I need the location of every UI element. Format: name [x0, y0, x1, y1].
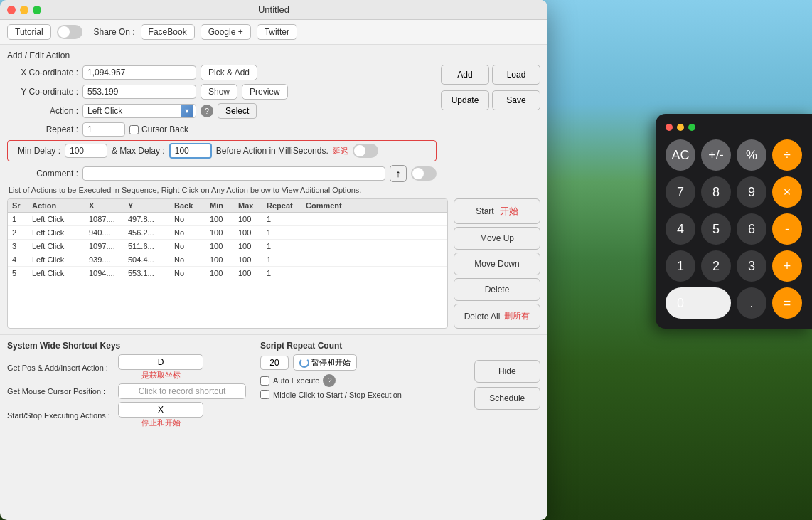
auto-execute-row: Auto Execute ?	[260, 374, 460, 387]
start-stop-cn: 停止和开始	[141, 418, 181, 428]
calc-btn-AC[interactable]: AC	[666, 139, 695, 171]
action-row: Action : ▼ ? Select	[7, 103, 437, 119]
hide-button[interactable]: Hide	[474, 360, 541, 383]
cell-max: 100	[237, 242, 265, 250]
calc-btn-0[interactable]: 0	[666, 287, 731, 319]
comment-row: Comment : ↑	[7, 165, 437, 182]
calc-btn-1[interactable]: 1	[666, 250, 695, 282]
calc-btn--[interactable]: =	[772, 287, 802, 319]
start-button[interactable]: Start 开始	[454, 198, 540, 224]
start-stop-input[interactable]	[118, 402, 203, 418]
move-down-button[interactable]: Move Down	[454, 253, 540, 275]
share-icon-button[interactable]: ↑	[390, 165, 407, 182]
x-label: X Co-ordinate :	[7, 68, 78, 78]
action-input[interactable]	[82, 104, 196, 118]
calc-btn-6[interactable]: 6	[737, 213, 766, 245]
calc-btn--[interactable]: %	[737, 139, 766, 171]
col-max: Max	[237, 201, 265, 210]
show-button[interactable]: Show	[201, 84, 237, 100]
load-button[interactable]: Load	[492, 65, 540, 85]
move-up-button[interactable]: Move Up	[454, 227, 540, 250]
cell-repeat: 1	[265, 255, 304, 264]
delete-button[interactable]: Delete	[454, 278, 540, 301]
get-pos-input[interactable]	[118, 354, 203, 370]
schedule-button[interactable]: Schedule	[474, 387, 541, 410]
calc-btn-2[interactable]: 2	[701, 250, 731, 282]
middle-click-checkbox[interactable]	[260, 390, 269, 399]
col-sr: Sr	[11, 201, 31, 210]
calculator-window: AC+/-%÷789×456-123+0.=	[656, 114, 812, 329]
delay-cn-label: 延迟	[333, 146, 348, 156]
calc-btn-3[interactable]: 3	[737, 250, 766, 282]
get-mouse-input[interactable]	[118, 383, 246, 399]
cell-y: 553.1...	[127, 269, 173, 277]
calc-btn----[interactable]: +/-	[701, 139, 731, 171]
share-toggle[interactable]	[57, 25, 82, 39]
preview-button[interactable]: Preview	[242, 84, 288, 100]
traffic-lights	[7, 6, 41, 14]
min-delay-label: Min Delay :	[12, 146, 60, 156]
calc-minimize[interactable]	[677, 124, 684, 131]
cell-action: Left Click	[31, 269, 87, 277]
table-row[interactable]: 1 Left Click 1087.... 497.8... No 100 10…	[8, 213, 447, 226]
calc-btn-8[interactable]: 8	[701, 176, 731, 208]
cell-action: Left Click	[31, 255, 87, 264]
cell-back: No	[173, 242, 208, 250]
table-row[interactable]: 5 Left Click 1094.... 553.1... No 100 10…	[8, 267, 447, 280]
comment-input[interactable]	[82, 166, 385, 181]
action-dropdown-wrapper: ▼	[82, 104, 196, 118]
calc-close[interactable]	[666, 124, 673, 131]
cursor-back-check[interactable]	[129, 125, 139, 134]
comment-toggle[interactable]	[411, 166, 437, 181]
cell-back: No	[173, 255, 208, 264]
calc-btn-5[interactable]: 5	[701, 213, 731, 245]
max-delay-input[interactable]	[169, 143, 212, 159]
y-coordinate-row: Y Co-ordinate : Show Preview	[7, 84, 437, 100]
table-row[interactable]: 2 Left Click 940.... 456.2... No 100 100…	[8, 226, 447, 240]
google-button[interactable]: Google +	[201, 24, 251, 40]
cursor-back-checkbox[interactable]: Cursor Back	[129, 124, 188, 134]
auto-execute-checkbox[interactable]	[260, 376, 269, 386]
instructions-text: List of Actions to be Executed in Sequen…	[7, 186, 540, 194]
update-button[interactable]: Update	[441, 90, 489, 110]
save-button[interactable]: Save	[492, 90, 540, 110]
add-button[interactable]: Add	[441, 65, 489, 85]
calc-btn--[interactable]: .	[737, 287, 766, 319]
y-input[interactable]	[82, 85, 196, 99]
script-count-input[interactable]	[260, 356, 289, 370]
repeat-input[interactable]	[82, 122, 125, 137]
delay-toggle[interactable]	[353, 144, 378, 158]
calc-btn--[interactable]: -	[772, 213, 802, 245]
right-panel: Start 开始 Move Up Move Down Delete Delete…	[448, 198, 540, 329]
action-help-button[interactable]: ?	[201, 105, 213, 117]
middle-click-label: Middle Click to Start / Stop Execution	[273, 391, 402, 399]
cell-repeat: 1	[265, 269, 304, 277]
col-min: Min	[208, 201, 237, 210]
x-input[interactable]	[82, 65, 196, 80]
table-row[interactable]: 4 Left Click 939.... 504.4... No 100 100…	[8, 253, 447, 267]
cell-max: 100	[237, 269, 265, 277]
calc-btn--[interactable]: ×	[772, 176, 802, 208]
calc-maximize[interactable]	[688, 124, 695, 131]
calc-btn-9[interactable]: 9	[737, 176, 766, 208]
cell-repeat: 1	[265, 242, 304, 250]
minimize-button[interactable]	[20, 6, 28, 14]
table-row[interactable]: 3 Left Click 1097.... 511.6... No 100 10…	[8, 240, 447, 253]
select-button[interactable]: Select	[218, 103, 257, 119]
facebook-button[interactable]: FaceBook	[141, 24, 195, 40]
maximize-button[interactable]	[33, 6, 41, 14]
cell-max: 100	[237, 228, 265, 237]
pause-button[interactable]: 暂停和开始	[293, 354, 357, 371]
min-delay-input[interactable]	[65, 144, 107, 158]
delete-all-button[interactable]: Delete All 删所有	[454, 304, 540, 329]
tutorial-button[interactable]: Tutorial	[7, 24, 51, 40]
calc-btn--[interactable]: +	[772, 250, 802, 282]
calc-btn-7[interactable]: 7	[666, 176, 695, 208]
close-button[interactable]	[7, 6, 16, 14]
pick-add-button[interactable]: Pick & Add	[201, 65, 257, 80]
spinner-icon	[299, 358, 309, 368]
calc-btn-4[interactable]: 4	[666, 213, 695, 245]
twitter-button[interactable]: Twitter	[257, 24, 297, 40]
auto-execute-help[interactable]: ?	[323, 374, 336, 387]
calc-btn--[interactable]: ÷	[772, 139, 802, 171]
